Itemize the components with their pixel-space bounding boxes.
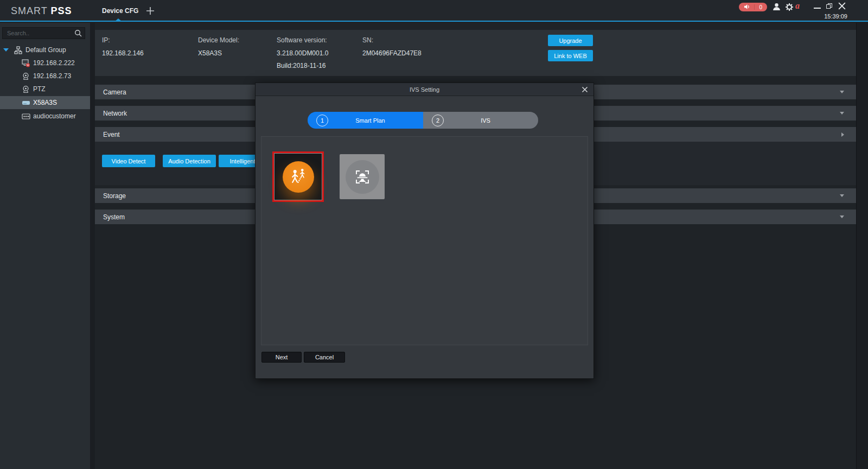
- device-label: audiocustomer: [33, 112, 76, 120]
- chevron-down-icon: [840, 216, 844, 218]
- step-number: 1: [316, 115, 328, 126]
- close-window-button[interactable]: [838, 2, 847, 11]
- chevron-down-icon: [840, 91, 844, 93]
- dialog-title: IVS Setting: [256, 83, 593, 96]
- device-label: X58A3S: [33, 99, 57, 106]
- search-input[interactable]: [3, 28, 85, 39]
- search-box: [2, 27, 85, 39]
- pill-divider: [754, 4, 755, 10]
- upgrade-button[interactable]: Upgrade: [548, 35, 593, 46]
- device-tree-sidebar: Default Group 192.168.2.222 192.168.2.73…: [0, 23, 90, 469]
- walking-people-icon: [289, 167, 308, 187]
- ivs-behavior-plan-tile[interactable]: [272, 151, 324, 202]
- add-tab-button[interactable]: [145, 6, 155, 16]
- scrollbar-track[interactable]: [856, 23, 868, 469]
- plan-circle: [346, 160, 379, 194]
- device-label: PTZ: [33, 85, 46, 93]
- audio-detection-button[interactable]: Audio Detection: [163, 155, 216, 167]
- device-offline-icon: [22, 59, 30, 67]
- gear-icon[interactable]: [785, 3, 794, 11]
- camera-icon: [22, 72, 30, 80]
- search-icon[interactable]: [74, 29, 82, 37]
- software-label: Software version:: [277, 36, 327, 44]
- user-icon[interactable]: [773, 3, 781, 11]
- ip-label: IP:: [102, 36, 110, 44]
- tree-item-device[interactable]: audiocustomer: [0, 110, 90, 123]
- next-button[interactable]: Next: [261, 352, 302, 363]
- tree-item-device-selected[interactable]: X58A3S: [0, 96, 90, 109]
- device-label: 192.168.2.73: [33, 72, 71, 80]
- cancel-button[interactable]: Cancel: [304, 352, 345, 363]
- dahua-logo-icon[interactable]: ɑ: [795, 1, 800, 11]
- sidebar-divider: [90, 23, 95, 469]
- step-number: 2: [432, 115, 444, 126]
- active-tab-notch: [114, 18, 122, 22]
- smart-plan-content: [261, 136, 588, 345]
- title-bar: SMART PSS Device CFG 0 ɑ: [0, 0, 868, 22]
- plan-circle: [283, 161, 314, 193]
- device-label: 192.168.2.222: [33, 59, 75, 67]
- clock: 15:39:09: [803, 13, 847, 20]
- ivs-setting-dialog: IVS Setting 1 Smart Plan 2 IVS: [255, 83, 594, 379]
- dialog-close-button[interactable]: [582, 85, 590, 94]
- chevron-down-icon[interactable]: [3, 48, 9, 52]
- step-smart-plan[interactable]: 1 Smart Plan: [308, 112, 423, 129]
- software-value: 3.218.00DM001.0: [277, 49, 328, 57]
- wizard-steps: 1 Smart Plan 2 IVS: [308, 112, 538, 129]
- ip-value: 192.168.2.146: [102, 49, 144, 57]
- close-icon: [838, 2, 846, 10]
- camera-icon: [22, 85, 30, 93]
- step-ivs[interactable]: 2 IVS: [423, 112, 538, 129]
- step-label: Smart Plan: [328, 117, 412, 124]
- face-detection-plan-tile[interactable]: [340, 154, 385, 199]
- alarm-count: 0: [759, 4, 762, 10]
- video-detect-button[interactable]: Video Detect: [102, 155, 155, 167]
- tree-item-device[interactable]: 192.168.2.222: [0, 56, 90, 69]
- device-info-panel: IP: 192.168.2.146 Device Model: X58A3S S…: [95, 30, 856, 76]
- minimize-button[interactable]: [814, 4, 821, 9]
- step-label: IVS: [444, 117, 527, 124]
- model-label: Device Model:: [198, 36, 239, 44]
- chevron-down-icon: [840, 112, 844, 115]
- nvr-icon: [22, 99, 30, 107]
- sn-value: 2M04696FAZD47E8: [362, 49, 422, 57]
- link-to-web-button[interactable]: Link to WEB: [548, 50, 593, 61]
- close-icon: [582, 86, 588, 93]
- model-value: X58A3S: [198, 49, 222, 57]
- tree-group-default[interactable]: Default Group: [0, 43, 90, 56]
- tree-item-device[interactable]: 192.168.2.73: [0, 69, 90, 83]
- sn-label: SN:: [362, 36, 373, 44]
- speaker-icon: [744, 2, 750, 12]
- plus-icon: [145, 6, 155, 16]
- chevron-right-icon: [841, 132, 844, 137]
- tree-item-device[interactable]: PTZ: [0, 83, 90, 96]
- face-detect-icon: [353, 168, 372, 186]
- audio-device-icon: [22, 112, 30, 121]
- app-logo: SMART PSS: [11, 5, 72, 17]
- build-value: Build:2018-11-16: [277, 62, 326, 69]
- restore-button[interactable]: [826, 3, 832, 9]
- alarm-indicator[interactable]: 0: [739, 3, 767, 11]
- chevron-down-icon: [840, 194, 844, 197]
- group-icon: [14, 46, 23, 54]
- group-label: Default Group: [25, 46, 66, 54]
